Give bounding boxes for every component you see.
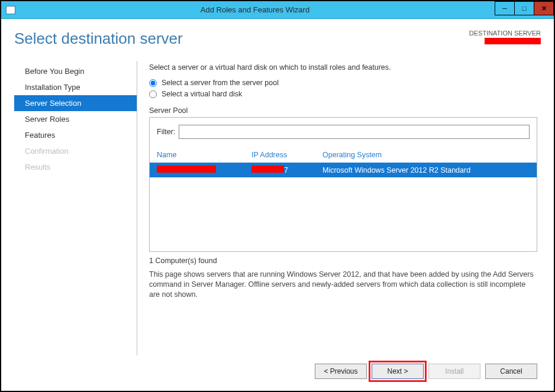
cell-ip: 7 [251, 166, 322, 174]
sidebar-item-confirmation: Confirmation [14, 143, 137, 159]
filter-row: Filter: [154, 121, 532, 145]
cell-ip-suffix: 7 [284, 166, 288, 174]
maximize-button[interactable]: □ [514, 1, 534, 15]
server-pool-box: Filter: Name IP Address Operating System… [149, 117, 537, 252]
cell-name [157, 166, 251, 174]
table-header: Name IP Address Operating System [154, 148, 532, 163]
sidebar: Before You Begin Installation Type Serve… [14, 61, 137, 355]
title-bar: Add Roles and Features Wizard ─ □ ✕ [1, 1, 554, 19]
filter-input[interactable] [179, 125, 530, 139]
radio-vhd-row[interactable]: Select a virtual hard disk [149, 90, 537, 98]
destination-label: DESTINATION SERVER [469, 30, 541, 37]
close-button[interactable]: ✕ [534, 1, 554, 15]
radio-server-pool-label: Select a server from the server pool [162, 79, 279, 87]
count-text: 1 Computer(s) found [149, 257, 537, 265]
radio-vhd[interactable] [149, 90, 157, 98]
main-panel: Select a server or a virtual hard disk o… [137, 61, 541, 355]
window-title: Add Roles and Features Wizard [0, 5, 554, 14]
header-row: Select destination server DESTINATION SE… [14, 30, 541, 48]
intro-text: Select a server or a virtual hard disk o… [149, 63, 537, 72]
content: Select destination server DESTINATION SE… [1, 19, 554, 391]
cell-name-redacted [157, 166, 216, 173]
install-button: Install [428, 364, 480, 379]
sidebar-item-server-selection[interactable]: Server Selection [14, 95, 137, 111]
cancel-button[interactable]: Cancel [485, 364, 537, 379]
window-controls: ─ □ ✕ [495, 1, 554, 15]
page-title: Select destination server [14, 30, 183, 48]
footer-buttons: < Previous Next > Install Cancel [14, 355, 541, 385]
radio-server-pool[interactable] [149, 79, 157, 87]
radio-server-pool-row[interactable]: Select a server from the server pool [149, 79, 537, 87]
sidebar-item-results: Results [14, 159, 137, 175]
info-text: This page shows servers that are running… [149, 270, 537, 300]
next-button[interactable]: Next > [372, 364, 424, 379]
sidebar-item-server-roles[interactable]: Server Roles [14, 111, 137, 127]
cell-os: Microsoft Windows Server 2012 R2 Standar… [322, 166, 530, 174]
destination-block: DESTINATION SERVER [469, 30, 541, 46]
col-header-os[interactable]: Operating System [322, 151, 530, 159]
radio-vhd-label: Select a virtual hard disk [162, 90, 242, 98]
minimize-button[interactable]: ─ [495, 1, 515, 15]
sidebar-item-features[interactable]: Features [14, 127, 137, 143]
previous-button[interactable]: < Previous [315, 364, 367, 379]
destination-value-redacted [485, 38, 541, 44]
table-body: 7 Microsoft Windows Server 2012 R2 Stand… [150, 163, 537, 251]
col-header-ip[interactable]: IP Address [251, 151, 322, 159]
server-pool-label: Server Pool [149, 106, 537, 115]
sidebar-item-installation-type[interactable]: Installation Type [14, 79, 137, 95]
table-row[interactable]: 7 Microsoft Windows Server 2012 R2 Stand… [150, 163, 537, 177]
col-header-name[interactable]: Name [157, 151, 251, 159]
sidebar-item-before-you-begin[interactable]: Before You Begin [14, 63, 137, 79]
filter-label: Filter: [157, 128, 175, 136]
cell-ip-redacted [251, 166, 284, 173]
mid-section: Before You Begin Installation Type Serve… [14, 61, 541, 355]
